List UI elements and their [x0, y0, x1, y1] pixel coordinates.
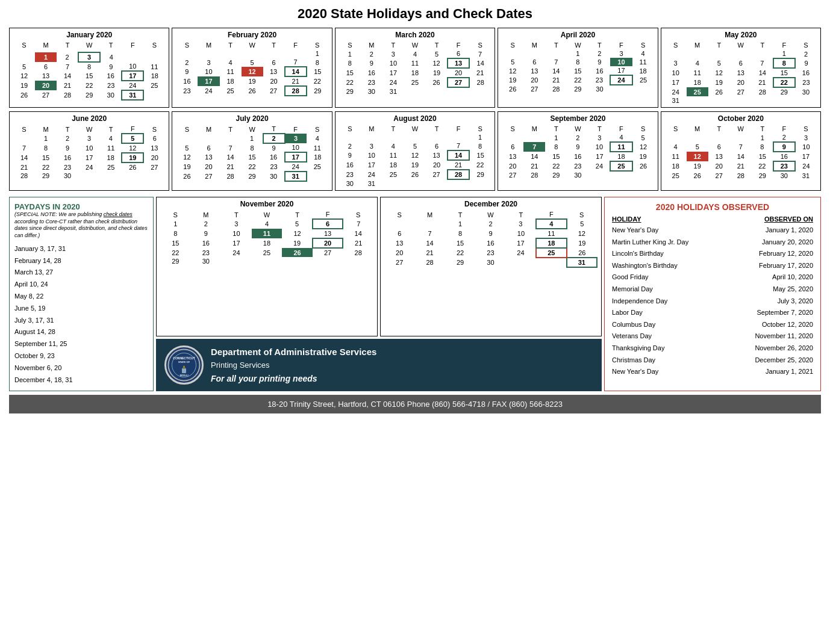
cal-grid-march: SMTWTFS 1234567 891011121314 15161718192…	[339, 41, 491, 97]
table-row: Labor DaySeptember 7, 2020	[612, 307, 813, 319]
month-title-january: January 2020	[13, 31, 165, 39]
table-row: 1234567	[160, 219, 373, 229]
month-june: June 2020 SMTWTFS 123456 78910111213 141…	[9, 111, 169, 191]
list-item: April 10, 24	[14, 279, 148, 291]
table-row: Christmas DayDecember 25, 2020	[612, 355, 813, 367]
table-row: 1 2 3 4	[13, 52, 165, 62]
table-row: 78910111213	[13, 143, 165, 153]
table-row: 12131415161718	[176, 152, 328, 162]
table-row	[176, 96, 328, 98]
table-row	[339, 96, 491, 97]
table-row: Veterans DayNovember 11, 2020	[612, 330, 813, 342]
month-title-may: May 2020	[665, 31, 817, 39]
table-row: 262728293031	[176, 172, 328, 181]
list-item: September 11, 25	[14, 338, 148, 350]
table-row	[176, 181, 328, 183]
table-row: Martin Luther King Jr. DayJanuary 20, 20…	[612, 237, 813, 249]
svg-text:SIGILLI: SIGILLI	[180, 374, 189, 377]
svg-text:STATE OF: STATE OF	[178, 361, 190, 364]
holidays-table: HOLIDAY OBSERVED ON New Year's DayJanuar…	[612, 215, 813, 378]
col-s: S	[13, 41, 35, 49]
table-row: New Year's DayJanuary 1, 2020	[612, 224, 813, 237]
month-august: August 2020 SMTWTFS 1 2345678 9101112131…	[335, 111, 495, 191]
cal-grid-october: SMTWTFS 123 45678910 11121314151617 1819…	[665, 125, 817, 181]
table-row: 2345678	[339, 141, 491, 150]
table-row: 19202122232425	[13, 81, 165, 90]
table-row: 123456	[13, 134, 165, 143]
table-row: 22232425262728	[339, 78, 491, 87]
list-item: February 14, 28	[14, 255, 148, 267]
table-row: Good FridayApril 10, 2020	[612, 271, 813, 283]
holidays-box: 2020 HOLIDAYS OBSERVED HOLIDAY OBSERVED …	[604, 197, 821, 391]
month-title-february: February 2020	[176, 31, 328, 39]
table-row: 2345678	[176, 58, 328, 67]
table-row: Lincoln's BirthdayFebruary 12, 2020	[612, 248, 813, 260]
table-row	[502, 179, 654, 181]
table-row: 15161718192021	[160, 238, 373, 248]
holidays-title: 2020 HOLIDAYS OBSERVED	[612, 202, 813, 212]
table-row: 2930	[160, 257, 373, 265]
table-row: 567891011	[502, 58, 654, 66]
table-row: 3031	[339, 179, 491, 188]
table-row: 17181920212223	[665, 78, 817, 87]
month-january: January 2020 S M T W T F S	[9, 28, 169, 108]
table-row: 567891011	[176, 143, 328, 152]
table-row: 13141516171819	[502, 152, 654, 161]
paydays-box: PAYDAYS IN 2020 (SPECIAL NOTE: We are pu…	[9, 197, 154, 391]
month-title-october: October 2020	[665, 114, 817, 123]
table-row: 1	[339, 133, 491, 141]
printing-services-label: Printing Services	[211, 359, 376, 372]
table-row: 23242526272829	[176, 86, 328, 96]
cal-grid-january: S M T W T F S	[13, 41, 165, 101]
table-row: 282930	[13, 172, 165, 180]
table-row: 18192021222324	[665, 161, 817, 171]
page: 2020 State Holidays and Check Dates Janu…	[0, 0, 830, 644]
col-th: T	[100, 41, 122, 49]
table-row: 16171819202122	[339, 160, 491, 170]
table-row: 16171819202122	[176, 76, 328, 86]
footer-bar: 18-20 Trinity Street, Hartford, CT 06106…	[9, 395, 821, 413]
month-february: February 2020 SMTWTFS 1 2345678 91011121…	[172, 28, 332, 108]
table-row	[502, 93, 654, 94]
table-row: HOLIDAY OBSERVED ON	[612, 215, 813, 224]
table-row	[665, 180, 817, 181]
table-row: 1234	[502, 49, 654, 58]
table-row: 567891011	[13, 62, 165, 71]
table-row: 12345	[384, 219, 597, 229]
page-title: 2020 State Holidays and Check Dates	[9, 6, 821, 22]
printing-dept: Department of Administrative Services	[211, 345, 376, 359]
table-row: 27282930	[502, 171, 654, 179]
month-title-july: July 2020	[176, 114, 328, 123]
table-row: 20212223242526	[384, 248, 597, 258]
paydays-list: January 3, 17, 31 February 14, 28 March …	[14, 243, 148, 386]
month-december: December 2020 SMTWTFS 12345 6789101112	[380, 197, 602, 336]
table-row: 10111213141516	[665, 68, 817, 78]
month-title-december: December 2020	[384, 200, 598, 208]
table-row: 6789101112	[384, 229, 597, 238]
cal-grid-june: SMTWTFS 123456 78910111213 1415161718192…	[13, 125, 165, 181]
svg-rect-5	[182, 368, 186, 373]
table-row: 19202122232425	[176, 162, 328, 172]
printing-tagline: For all your printing needs	[211, 372, 376, 385]
connecticut-seal-logo: CONNECTICUT STATE OF SIGILLI	[164, 345, 204, 385]
col-sa: S	[143, 41, 165, 49]
month-september: September 2020 SMTWTFS 12345 6789101112 …	[498, 111, 658, 191]
month-may: May 2020 SMTWTFS 12 3456789 101112131415…	[661, 28, 821, 108]
month-title-september: September 2020	[502, 114, 654, 123]
table-row: 12131415161718	[502, 66, 654, 75]
table-row: 9101112131415	[176, 67, 328, 76]
table-row: 262728293031	[13, 90, 165, 100]
table-row: 1	[176, 49, 328, 58]
month-october: October 2020 SMTWTFS 123 45678910 111213…	[661, 111, 821, 191]
col-holiday: HOLIDAY	[612, 215, 726, 224]
col-f: F	[122, 41, 143, 49]
table-row: 1234567	[339, 49, 491, 58]
month-title-march: March 2020	[339, 31, 491, 39]
cal-grid-july: SMTWTFS 1234 567891011 12131415161718 19…	[176, 125, 328, 183]
table-row: 891011121314	[160, 229, 373, 238]
table-row: 3456789	[665, 58, 817, 68]
table-row: 13141516171819	[384, 238, 597, 248]
list-item: March 13, 27	[14, 267, 148, 279]
month-title-april: April 2020	[502, 31, 654, 39]
table-row: Washington's BirthdayFebruary 17, 2020	[612, 260, 813, 272]
